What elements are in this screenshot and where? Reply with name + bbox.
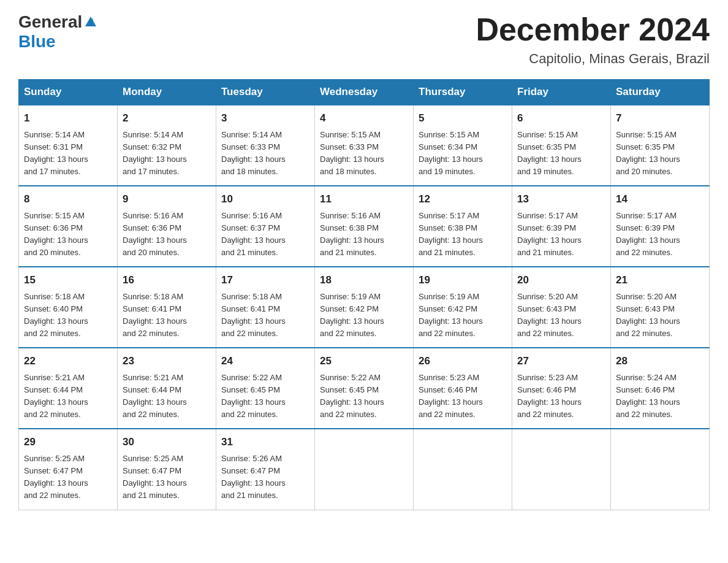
calendar-week-row: 1 Sunrise: 5:14 AMSunset: 6:31 PMDayligh…	[19, 105, 710, 186]
day-number: 19	[419, 272, 507, 288]
calendar-cell: 27 Sunrise: 5:23 AMSunset: 6:46 PMDaylig…	[512, 348, 611, 429]
day-number: 14	[616, 191, 704, 207]
calendar-cell: 29 Sunrise: 5:25 AMSunset: 6:47 PMDaylig…	[19, 429, 118, 510]
calendar-cell: 6 Sunrise: 5:15 AMSunset: 6:35 PMDayligh…	[512, 105, 611, 186]
day-number: 21	[616, 272, 704, 288]
day-info: Sunrise: 5:23 AMSunset: 6:46 PMDaylight:…	[419, 373, 483, 419]
day-info: Sunrise: 5:16 AMSunset: 6:37 PMDaylight:…	[221, 211, 286, 257]
calendar-cell: 15 Sunrise: 5:18 AMSunset: 6:40 PMDaylig…	[19, 267, 118, 348]
day-number: 24	[221, 353, 309, 369]
day-number: 9	[123, 191, 211, 207]
header-monday: Monday	[118, 80, 216, 105]
calendar-cell: 21 Sunrise: 5:20 AMSunset: 6:43 PMDaylig…	[611, 267, 710, 348]
logo-general-text: General	[18, 12, 82, 32]
calendar-cell: 23 Sunrise: 5:21 AMSunset: 6:44 PMDaylig…	[118, 348, 216, 429]
location-subtitle: Capitolio, Minas Gerais, Brazil	[476, 51, 710, 67]
day-info: Sunrise: 5:14 AMSunset: 6:31 PMDaylight:…	[24, 130, 88, 176]
calendar-table: Sunday Monday Tuesday Wednesday Thursday…	[18, 79, 710, 510]
calendar-cell: 25 Sunrise: 5:22 AMSunset: 6:45 PMDaylig…	[315, 348, 414, 429]
day-number: 28	[616, 353, 704, 369]
calendar-week-row: 15 Sunrise: 5:18 AMSunset: 6:40 PMDaylig…	[19, 267, 710, 348]
day-info: Sunrise: 5:21 AMSunset: 6:44 PMDaylight:…	[123, 373, 187, 419]
calendar-cell: 19 Sunrise: 5:19 AMSunset: 6:42 PMDaylig…	[414, 267, 512, 348]
calendar-cell: 7 Sunrise: 5:15 AMSunset: 6:35 PMDayligh…	[611, 105, 710, 186]
day-number: 29	[24, 434, 112, 450]
day-info: Sunrise: 5:20 AMSunset: 6:43 PMDaylight:…	[616, 292, 680, 338]
day-number: 25	[320, 353, 408, 369]
calendar-cell: 30 Sunrise: 5:25 AMSunset: 6:47 PMDaylig…	[118, 429, 216, 510]
day-info: Sunrise: 5:25 AMSunset: 6:47 PMDaylight:…	[24, 454, 88, 500]
logo-blue-text: Blue	[18, 32, 56, 52]
calendar-cell	[315, 429, 414, 510]
day-number: 3	[221, 110, 309, 126]
day-number: 7	[616, 110, 704, 126]
calendar-cell	[611, 429, 710, 510]
day-number: 8	[24, 191, 112, 207]
day-number: 4	[320, 110, 408, 126]
day-number: 23	[123, 353, 211, 369]
calendar-cell: 16 Sunrise: 5:18 AMSunset: 6:41 PMDaylig…	[118, 267, 216, 348]
day-number: 2	[123, 110, 211, 126]
calendar-cell: 18 Sunrise: 5:19 AMSunset: 6:42 PMDaylig…	[315, 267, 414, 348]
calendar-cell: 28 Sunrise: 5:24 AMSunset: 6:46 PMDaylig…	[611, 348, 710, 429]
calendar-cell: 5 Sunrise: 5:15 AMSunset: 6:34 PMDayligh…	[414, 105, 512, 186]
day-info: Sunrise: 5:17 AMSunset: 6:39 PMDaylight:…	[616, 211, 680, 257]
calendar-cell: 26 Sunrise: 5:23 AMSunset: 6:46 PMDaylig…	[414, 348, 512, 429]
day-info: Sunrise: 5:15 AMSunset: 6:35 PMDaylight:…	[616, 130, 680, 176]
day-number: 30	[123, 434, 211, 450]
header-saturday: Saturday	[611, 80, 710, 105]
calendar-cell: 20 Sunrise: 5:20 AMSunset: 6:43 PMDaylig…	[512, 267, 611, 348]
day-info: Sunrise: 5:20 AMSunset: 6:43 PMDaylight:…	[517, 292, 582, 338]
day-number: 11	[320, 191, 408, 207]
day-number: 1	[24, 110, 112, 126]
calendar-week-row: 29 Sunrise: 5:25 AMSunset: 6:47 PMDaylig…	[19, 429, 710, 510]
header-sunday: Sunday	[19, 80, 118, 105]
calendar-cell: 4 Sunrise: 5:15 AMSunset: 6:33 PMDayligh…	[315, 105, 414, 186]
calendar-week-row: 22 Sunrise: 5:21 AMSunset: 6:44 PMDaylig…	[19, 348, 710, 429]
day-info: Sunrise: 5:18 AMSunset: 6:41 PMDaylight:…	[221, 292, 286, 338]
day-number: 5	[419, 110, 507, 126]
title-block: December 2024 Capitolio, Minas Gerais, B…	[476, 12, 710, 67]
day-info: Sunrise: 5:19 AMSunset: 6:42 PMDaylight:…	[419, 292, 483, 338]
day-info: Sunrise: 5:18 AMSunset: 6:41 PMDaylight:…	[123, 292, 187, 338]
day-info: Sunrise: 5:15 AMSunset: 6:36 PMDaylight:…	[24, 211, 88, 257]
logo-text: General	[18, 12, 98, 32]
calendar-cell	[414, 429, 512, 510]
day-info: Sunrise: 5:22 AMSunset: 6:45 PMDaylight:…	[320, 373, 384, 419]
day-info: Sunrise: 5:22 AMSunset: 6:45 PMDaylight:…	[221, 373, 286, 419]
day-info: Sunrise: 5:21 AMSunset: 6:44 PMDaylight:…	[24, 373, 88, 419]
day-info: Sunrise: 5:23 AMSunset: 6:46 PMDaylight:…	[517, 373, 582, 419]
day-info: Sunrise: 5:24 AMSunset: 6:46 PMDaylight:…	[616, 373, 680, 419]
month-title: December 2024	[476, 12, 710, 47]
header-thursday: Thursday	[414, 80, 512, 105]
day-info: Sunrise: 5:14 AMSunset: 6:33 PMDaylight:…	[221, 130, 286, 176]
day-info: Sunrise: 5:18 AMSunset: 6:40 PMDaylight:…	[24, 292, 88, 338]
day-info: Sunrise: 5:15 AMSunset: 6:34 PMDaylight:…	[419, 130, 483, 176]
calendar-cell: 3 Sunrise: 5:14 AMSunset: 6:33 PMDayligh…	[216, 105, 315, 186]
day-info: Sunrise: 5:17 AMSunset: 6:38 PMDaylight:…	[419, 211, 483, 257]
day-number: 18	[320, 272, 408, 288]
calendar-cell: 14 Sunrise: 5:17 AMSunset: 6:39 PMDaylig…	[611, 186, 710, 267]
day-info: Sunrise: 5:16 AMSunset: 6:38 PMDaylight:…	[320, 211, 384, 257]
calendar-cell: 24 Sunrise: 5:22 AMSunset: 6:45 PMDaylig…	[216, 348, 315, 429]
calendar-cell: 17 Sunrise: 5:18 AMSunset: 6:41 PMDaylig…	[216, 267, 315, 348]
day-number: 10	[221, 191, 309, 207]
page-header: General Blue December 2024 Capitolio, Mi…	[18, 12, 710, 67]
day-number: 27	[517, 353, 605, 369]
day-number: 20	[517, 272, 605, 288]
day-info: Sunrise: 5:19 AMSunset: 6:42 PMDaylight:…	[320, 292, 384, 338]
calendar-cell: 1 Sunrise: 5:14 AMSunset: 6:31 PMDayligh…	[19, 105, 118, 186]
day-number: 15	[24, 272, 112, 288]
calendar-cell: 31 Sunrise: 5:26 AMSunset: 6:47 PMDaylig…	[216, 429, 315, 510]
day-number: 12	[419, 191, 507, 207]
day-number: 22	[24, 353, 112, 369]
day-info: Sunrise: 5:14 AMSunset: 6:32 PMDaylight:…	[123, 130, 187, 176]
day-number: 16	[123, 272, 211, 288]
header-tuesday: Tuesday	[216, 80, 315, 105]
day-number: 17	[221, 272, 309, 288]
calendar-cell: 22 Sunrise: 5:21 AMSunset: 6:44 PMDaylig…	[19, 348, 118, 429]
calendar-cell: 8 Sunrise: 5:15 AMSunset: 6:36 PMDayligh…	[19, 186, 118, 267]
day-info: Sunrise: 5:17 AMSunset: 6:39 PMDaylight:…	[517, 211, 582, 257]
day-number: 13	[517, 191, 605, 207]
calendar-cell: 13 Sunrise: 5:17 AMSunset: 6:39 PMDaylig…	[512, 186, 611, 267]
